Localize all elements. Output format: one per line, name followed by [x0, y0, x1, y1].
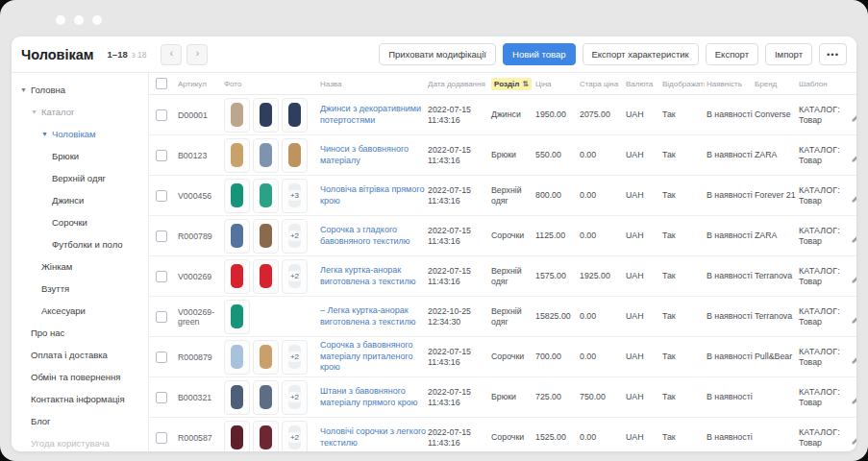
product-photo[interactable] — [224, 138, 250, 173]
column-header-sku[interactable]: Артикул — [178, 80, 222, 88]
product-photo[interactable] — [253, 259, 279, 294]
product-photo[interactable] — [253, 138, 279, 173]
new-product-button[interactable]: Новий товар — [503, 43, 575, 65]
product-photo[interactable] — [224, 98, 250, 133]
row-checkbox[interactable] — [156, 432, 167, 444]
column-header-section[interactable]: Розділ ⇅ — [491, 78, 532, 90]
edit-icon[interactable] — [851, 230, 856, 242]
sidebar-item[interactable]: ▼ Чоловікам — [12, 123, 148, 145]
import-button[interactable]: Імпорт — [765, 43, 812, 65]
product-stock: В наявності — [707, 271, 753, 281]
sidebar-item[interactable]: Сорочки — [12, 211, 148, 233]
row-checkbox[interactable] — [156, 150, 167, 161]
column-header-date[interactable]: Дата додавання — [428, 80, 489, 88]
edit-icon[interactable] — [851, 150, 856, 161]
row-checkbox[interactable] — [156, 352, 167, 363]
row-checkbox[interactable] — [156, 271, 167, 282]
product-photo[interactable] — [224, 179, 250, 213]
more-actions-button[interactable]: ••• — [819, 43, 847, 65]
sidebar-item[interactable]: Контактна інформація — [12, 388, 148, 410]
product-photo[interactable] — [224, 421, 250, 452]
export-characteristics-button[interactable]: Експорт характеристик — [583, 43, 699, 65]
column-header-display[interactable]: Відображати — [662, 80, 705, 88]
chevron-right-icon: › — [196, 48, 199, 59]
more-photos-badge[interactable]: +2 — [282, 380, 308, 415]
hide-modifications-button[interactable]: Приховати модифікації — [379, 43, 496, 65]
sidebar-item[interactable]: Жінкам — [12, 255, 148, 278]
column-header-currency[interactable]: Валюта — [626, 80, 660, 88]
sidebar-item[interactable]: Аксесуари — [12, 300, 148, 322]
sidebar-item[interactable]: ▼ Каталог — [12, 101, 148, 123]
sidebar-item[interactable]: Верхній одяг — [12, 167, 148, 189]
product-name-link[interactable]: – Легка куртка-анорак виготовлена з текс… — [320, 305, 426, 328]
column-header-old-price[interactable]: Стара ціна — [580, 80, 624, 88]
sidebar-item[interactable]: Про нас — [12, 322, 148, 344]
product-name-link[interactable]: Сорочка з бавовняного матеріалу притален… — [320, 340, 426, 374]
sidebar-item[interactable]: Обмін та повернення — [12, 366, 148, 388]
product-name-link[interactable]: Чоловічі сорочки з легкого текстилю — [320, 426, 426, 449]
product-date: 2022-10-25 12:34:30 — [428, 306, 489, 328]
row-checkbox[interactable] — [156, 190, 167, 202]
sidebar-item[interactable]: Угода користувача — [12, 432, 148, 451]
product-photo[interactable] — [282, 138, 308, 173]
column-header-price[interactable]: Ціна — [535, 80, 578, 88]
next-page-button[interactable]: › — [186, 44, 208, 65]
row-checkbox[interactable] — [156, 230, 167, 242]
product-photo[interactable] — [224, 340, 250, 375]
product-display: Так — [662, 352, 705, 362]
product-photo[interactable] — [224, 380, 250, 415]
product-photo[interactable] — [253, 421, 279, 452]
more-photos-badge[interactable]: +2 — [282, 340, 308, 375]
sidebar-item[interactable]: ▼ Головна — [12, 79, 148, 101]
more-photos-badge[interactable]: +2 — [282, 421, 308, 452]
product-name-link[interactable]: Легка куртка-анорак виготовлена з тексти… — [320, 265, 426, 287]
sidebar-item[interactable]: Брюки — [12, 145, 148, 167]
sidebar-item[interactable]: Взуття — [12, 278, 148, 300]
product-name-link[interactable]: Штани з бавовняного матеріалу прямого кр… — [320, 386, 426, 408]
column-header-stock[interactable]: Наявність — [707, 80, 753, 88]
admin-window: Чоловікам 1–18 з 18 ‹ › Приховати модифі… — [12, 36, 856, 451]
sort-icon[interactable]: ⇅ — [522, 80, 529, 88]
product-photo[interactable] — [253, 98, 279, 133]
product-photo[interactable] — [224, 219, 250, 254]
edit-icon[interactable] — [851, 352, 856, 363]
edit-icon[interactable] — [851, 109, 856, 121]
row-checkbox[interactable] — [156, 109, 167, 121]
product-photo[interactable] — [253, 219, 279, 254]
column-header-name[interactable]: Назва — [320, 80, 426, 88]
edit-icon[interactable] — [851, 432, 856, 444]
prev-page-button[interactable]: ‹ — [161, 44, 182, 65]
sidebar-item[interactable]: Футболки и поло — [12, 233, 148, 255]
more-photos-badge[interactable]: +3 — [282, 179, 308, 213]
product-photo[interactable] — [224, 300, 250, 334]
edit-icon[interactable] — [851, 271, 856, 282]
edit-icon[interactable] — [851, 190, 856, 202]
sidebar-item[interactable]: Блог — [12, 410, 148, 432]
product-name-link[interactable]: Чоловіча вітрівка прямого крою — [320, 184, 426, 206]
column-header-brand[interactable]: Бренд — [755, 80, 797, 88]
window-control-dot[interactable] — [92, 15, 102, 25]
edit-icon[interactable] — [851, 392, 856, 403]
column-header-template[interactable]: Шаблон — [799, 80, 847, 88]
more-photos-badge[interactable]: +2 — [282, 259, 308, 294]
sidebar-item[interactable]: Джинси — [12, 189, 148, 211]
product-photo[interactable] — [253, 179, 279, 213]
product-name-link[interactable]: Джинси з декоративними потертостями — [320, 104, 426, 126]
window-control-dot[interactable] — [74, 15, 84, 25]
product-name-link[interactable]: Сорочка з гладкого бавовняного текстилю — [320, 225, 426, 247]
product-name-link[interactable]: Чиноси з бавовняного матеріалу — [320, 144, 426, 166]
row-checkbox[interactable] — [156, 392, 167, 403]
product-photo[interactable] — [224, 259, 250, 294]
edit-icon[interactable] — [851, 311, 856, 323]
window-control-dot[interactable] — [56, 15, 65, 25]
export-button[interactable]: Експорт — [706, 43, 758, 65]
sidebar-item[interactable]: Оплата і доставка — [12, 344, 148, 366]
product-date: 2022-07-15 11:43:16 — [428, 145, 489, 166]
column-header-photo[interactable]: Фото — [224, 80, 318, 88]
select-all-checkbox[interactable] — [156, 78, 167, 89]
product-photo[interactable] — [253, 380, 279, 415]
row-checkbox[interactable] — [156, 311, 167, 323]
more-photos-badge[interactable]: +2 — [282, 219, 308, 254]
product-photo[interactable] — [282, 98, 308, 133]
product-photo[interactable] — [253, 340, 279, 375]
